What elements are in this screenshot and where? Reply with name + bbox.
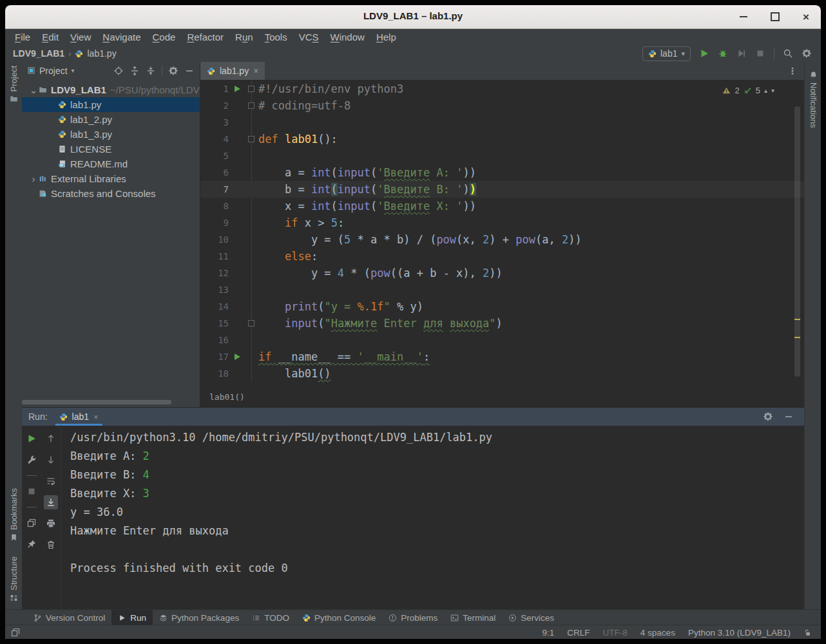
editor-scrollbar[interactable] [794,102,800,386]
settings-button[interactable] [802,48,812,59]
run-line-icon[interactable] [235,86,240,92]
minimize-button-icon[interactable] [740,16,747,17]
tree-item-lab1-py[interactable]: lab1.py [22,97,200,112]
run-line-icon[interactable] [235,354,240,360]
coverage-button[interactable] [736,48,747,59]
maximize-button-icon[interactable] [771,12,780,21]
menu-item-refactor[interactable]: Refactor [181,32,229,43]
expand-all-button[interactable] [130,66,140,76]
next-problem-icon[interactable]: ▾ [771,87,774,94]
toolwindow-tab-services[interactable]: Services [502,610,561,625]
arrow-up-button[interactable] [44,431,58,446]
breadcrumb-project[interactable]: LDV9_LAB1 [13,48,64,59]
chevron-right-icon[interactable]: › [28,173,39,184]
tree-item-lab1-2-py[interactable]: lab1_2.py [22,112,200,127]
chevron-down-icon[interactable]: ▾ [72,67,75,74]
project-panel-title[interactable]: Project [39,66,68,76]
menu-item-view[interactable]: View [64,32,97,43]
status-crlf[interactable]: CRLF [567,628,590,638]
menu-item-navigate[interactable]: Navigate [97,32,146,43]
fold-marker-icon[interactable] [248,102,255,109]
locate-button[interactable] [113,66,124,76]
fold-marker-icon[interactable] [248,86,255,92]
hide-button[interactable] [783,412,794,422]
arrow-down-button[interactable] [44,453,58,467]
python-icon [648,50,657,58]
toolwindow-tab-problems[interactable]: Problems [382,610,444,625]
settings-button[interactable] [168,66,178,76]
collapse-all-button[interactable] [146,66,156,76]
stripe-tab-project[interactable]: Project [9,66,19,103]
wrench-button[interactable] [24,453,39,467]
menu-bar: FileEditViewNavigateCodeRefactorRunTools… [5,28,821,45]
close-icon[interactable]: × [253,66,258,76]
menu-item-code[interactable]: Code [147,32,182,43]
menu-item-window[interactable]: Window [325,32,370,43]
run-gutter[interactable] [229,86,245,92]
tool-window-toggle-icon[interactable] [10,627,21,638]
menu-item-file[interactable]: File [9,32,36,43]
stop-button[interactable] [755,48,765,59]
toolwindow-tab-terminal[interactable]: Terminal [444,610,502,625]
horizontal-scrollbar[interactable] [22,400,171,404]
pin-button[interactable] [24,537,39,551]
breadcrumb-file[interactable]: lab1.py [87,48,116,59]
status-utf-8[interactable]: UTF-8 [603,628,628,638]
run-gutter[interactable] [229,354,245,360]
run-console-output[interactable]: /usr/bin/python3.10 /home/dmitriy/PSU/py… [61,425,804,609]
toolwindow-tab-python-packages[interactable]: Python Packages [153,610,245,625]
stripe-tab-notifications[interactable]: Notifications [809,71,818,128]
status-9-1[interactable]: 9:1 [543,628,555,638]
hide-button[interactable] [184,66,195,76]
status-4-spaces[interactable]: 4 spaces [640,628,675,638]
restore-layout-button[interactable] [24,516,39,530]
soft-wrap-button[interactable] [44,474,58,488]
toolwindow-tab-version-control[interactable]: Version Control [27,610,111,625]
menu-item-tools[interactable]: Tools [259,32,293,43]
more-options-icon[interactable]: ⋮ [782,66,804,76]
prev-problem-icon[interactable]: ▴ [764,87,767,94]
editor-tab-lab1[interactable]: lab1.py × [200,62,265,80]
menu-item-vcs[interactable]: VCS [293,32,325,43]
tree-item-external-libraries[interactable]: ›External Libraries [22,171,200,186]
print-button[interactable] [44,516,58,531]
tree-item-lab1-3-py[interactable]: lab1_3.py [22,127,200,142]
stripe-tab-structure[interactable]: Structure [9,556,19,602]
fold-gutter[interactable] [245,102,257,109]
fold-gutter[interactable] [245,320,257,327]
rerun-button[interactable] [24,431,39,446]
menu-item-edit[interactable]: Edit [36,32,64,43]
stripe-tab-bookmarks[interactable]: Bookmarks [9,488,19,542]
debug-button[interactable] [718,48,728,59]
editor-breadcrumb[interactable]: lab01() [200,387,804,407]
chevron-down-icon[interactable]: ⌄ [28,84,39,96]
settings-button[interactable] [763,412,773,422]
run-configuration-select[interactable]: lab1 ▾ [642,46,691,61]
toolwindow-tab-todo[interactable]: TODO [245,610,296,625]
lock-icon[interactable] [803,629,812,637]
tree-item-ldv9-lab1[interactable]: ⌄LDV9_LAB1~/PSU/pythonqt/LDV9 [22,82,200,97]
code-editor[interactable]: 1#!/usr/bin/env python32# coding=utf-83 … [200,80,804,387]
fold-marker-icon[interactable] [248,320,255,327]
close-icon[interactable]: × [93,412,99,422]
inspections-widget[interactable]: 2 5 ▴ ▾ [722,86,774,95]
run-button[interactable] [699,48,709,59]
tree-item-license[interactable]: LICENSE [22,142,200,156]
close-button-icon[interactable]: × [803,12,809,23]
run-tab-lab1[interactable]: lab1 × [54,408,104,426]
clear-button[interactable] [44,538,58,552]
scroll-to-end-button[interactable] [44,495,58,509]
search-button[interactable] [783,48,793,59]
tree-item-readme-md[interactable]: MDREADME.md [22,156,200,171]
fold-marker-icon[interactable] [248,136,255,142]
fold-gutter[interactable] [245,136,257,142]
tree-item-scratches-and-consoles[interactable]: Scratches and Consoles [22,186,200,201]
toolwindow-tab-python-console[interactable]: Python Console [296,610,382,625]
stop-button[interactable] [24,484,39,498]
toolwindow-tab-run[interactable]: Run [111,610,153,625]
title-bar[interactable]: LDV9_LAB1 – lab1.py × [5,5,821,29]
menu-item-help[interactable]: Help [370,32,402,43]
status-python-3.10-ldv9-lab1-[interactable]: Python 3.10 (LDV9_LAB1) [688,628,791,638]
fold-gutter[interactable] [245,86,257,92]
menu-item-run[interactable]: Run [229,32,259,43]
